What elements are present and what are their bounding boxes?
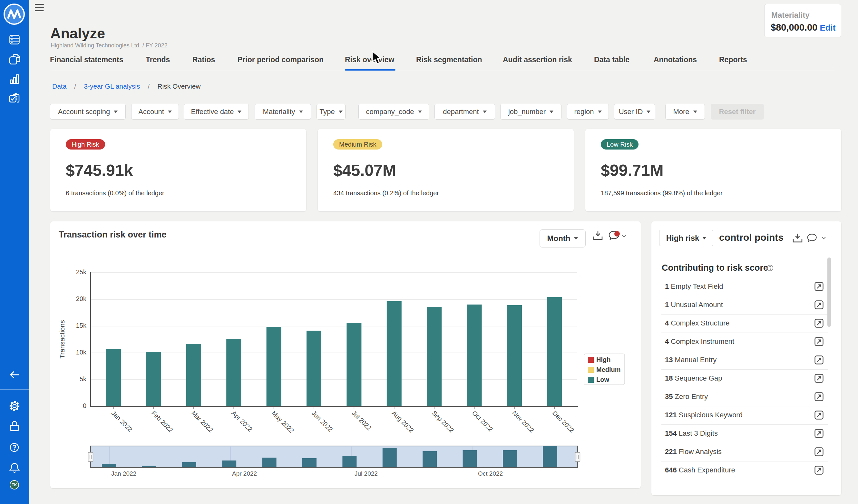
svg-text:Nov 2022: Nov 2022 bbox=[511, 409, 535, 434]
svg-text:Apr 2022: Apr 2022 bbox=[230, 409, 254, 433]
svg-text:Oct 2022: Oct 2022 bbox=[471, 409, 494, 433]
svg-text:Jun 2022: Jun 2022 bbox=[311, 409, 334, 433]
svg-text:Jan 2022: Jan 2022 bbox=[111, 470, 136, 477]
svg-text:20k: 20k bbox=[76, 295, 87, 302]
svg-text:Jul 2022: Jul 2022 bbox=[351, 409, 373, 432]
svg-text:Low: Low bbox=[596, 376, 609, 383]
svg-text:0: 0 bbox=[83, 402, 86, 409]
svg-text:Oct 2022: Oct 2022 bbox=[478, 470, 503, 477]
svg-text:Feb 2022: Feb 2022 bbox=[150, 409, 174, 434]
svg-text:Dec 2022: Dec 2022 bbox=[551, 409, 576, 434]
svg-text:Apr 2022: Apr 2022 bbox=[232, 470, 257, 477]
svg-text:Mar 2022: Mar 2022 bbox=[190, 409, 214, 434]
svg-text:May 2022: May 2022 bbox=[270, 409, 296, 434]
svg-text:Sep 2022: Sep 2022 bbox=[431, 409, 455, 434]
svg-text:Jul 2022: Jul 2022 bbox=[354, 470, 378, 477]
svg-text:10k: 10k bbox=[76, 349, 87, 356]
svg-text:25k: 25k bbox=[76, 269, 87, 276]
svg-text:High: High bbox=[596, 356, 610, 363]
svg-text:Medium: Medium bbox=[596, 366, 621, 373]
svg-text:5k: 5k bbox=[80, 375, 87, 383]
svg-text:Aug 2022: Aug 2022 bbox=[391, 409, 415, 434]
svg-text:Jan 2022: Jan 2022 bbox=[110, 409, 134, 433]
svg-text:15k: 15k bbox=[76, 322, 87, 329]
svg-text:Transactions: Transactions bbox=[58, 320, 66, 358]
